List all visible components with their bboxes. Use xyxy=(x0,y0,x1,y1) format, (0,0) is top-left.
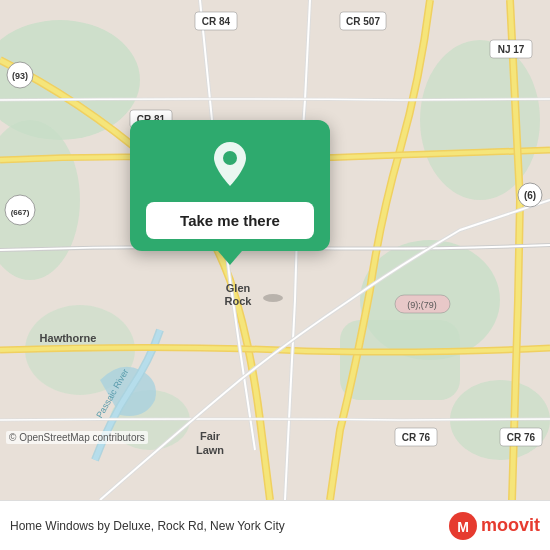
moovit-text: moovit xyxy=(481,515,540,536)
svg-text:CR 507: CR 507 xyxy=(346,16,380,27)
svg-text:(667): (667) xyxy=(11,208,30,217)
popup-card: Take me there xyxy=(130,120,330,251)
svg-text:CR 76: CR 76 xyxy=(402,432,431,443)
svg-text:(9);(79): (9);(79) xyxy=(407,300,437,310)
moovit-logo: M moovit xyxy=(449,512,540,540)
location-pin-icon xyxy=(204,138,256,190)
svg-text:(6): (6) xyxy=(524,190,536,201)
svg-text:(93): (93) xyxy=(12,71,28,81)
svg-text:Fair: Fair xyxy=(200,430,221,442)
bottom-bar: Home Windows by Deluxe, Rock Rd, New Yor… xyxy=(0,500,550,550)
take-me-there-button[interactable]: Take me there xyxy=(146,202,314,239)
svg-text:Lawn: Lawn xyxy=(196,444,224,456)
moovit-icon: M xyxy=(449,512,477,540)
svg-point-37 xyxy=(223,151,237,165)
location-text: Home Windows by Deluxe, Rock Rd, New Yor… xyxy=(10,519,441,533)
svg-text:Hawthorne: Hawthorne xyxy=(40,332,97,344)
svg-text:NJ 17: NJ 17 xyxy=(498,44,525,55)
svg-text:M: M xyxy=(457,519,469,535)
svg-text:Rock: Rock xyxy=(225,295,253,307)
svg-text:CR 76: CR 76 xyxy=(507,432,536,443)
svg-text:CR 84: CR 84 xyxy=(202,16,231,27)
svg-point-35 xyxy=(263,294,283,302)
svg-text:Glen: Glen xyxy=(226,282,251,294)
copyright-text: © OpenStreetMap contributors xyxy=(6,431,148,444)
map-container: CR 84 CR 507 NJ 17 CR 81 (93) (667) (6) … xyxy=(0,0,550,500)
